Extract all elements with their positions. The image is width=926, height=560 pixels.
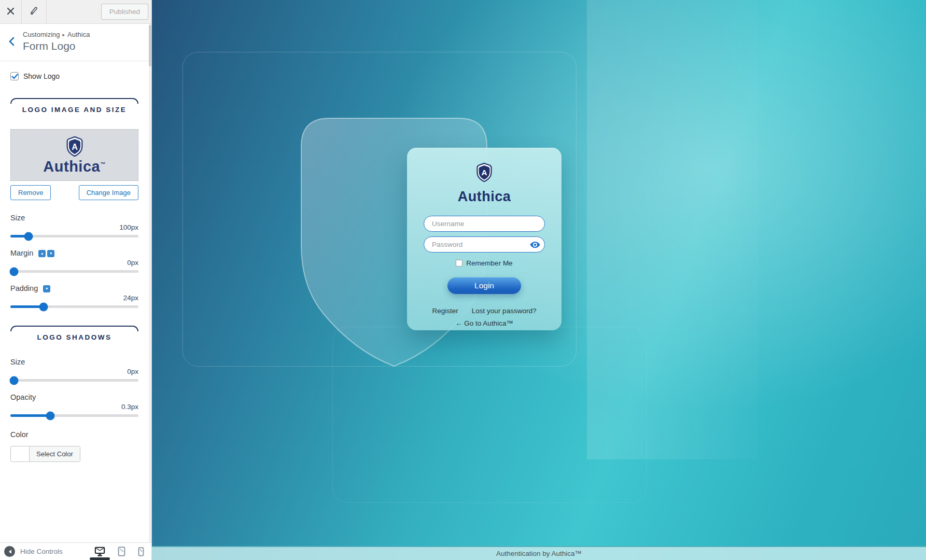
site-preview: A Authica Remember Me xyxy=(152,0,926,560)
login-card: A Authica Remember Me xyxy=(407,148,562,330)
check-icon xyxy=(11,74,18,79)
slider-thumb[interactable] xyxy=(39,302,48,311)
section-title: LOGO IMAGE AND SIZE xyxy=(10,106,138,114)
shadow-size-value: 0px xyxy=(127,368,138,376)
collapse-sidebar-button[interactable] xyxy=(4,546,15,557)
pencil-icon xyxy=(30,6,39,17)
margin-value: 0px xyxy=(127,259,138,267)
tablet-icon xyxy=(118,547,125,556)
section-title: LOGO SHADOWS xyxy=(10,333,138,341)
trademark-symbol: ™ xyxy=(100,161,106,167)
controls-panel: Show Logo LOGO IMAGE AND SIZE A Authica™… xyxy=(0,61,149,542)
register-link[interactable]: Register xyxy=(432,307,458,315)
remove-button[interactable]: Remove xyxy=(10,185,51,200)
remember-me-label: Remember Me xyxy=(466,259,512,267)
pane-header: Customizing ▸ Authica Form Logo xyxy=(0,24,149,61)
size-label: Size xyxy=(10,214,25,222)
logo-preview: A Authica™ xyxy=(10,129,138,181)
margin-label: Margin xyxy=(10,249,33,257)
eye-icon xyxy=(530,241,540,248)
customizer-bottombar: Hide Controls xyxy=(0,542,151,560)
footer-text: Authentication by Authica™ xyxy=(496,550,582,557)
slider-fill xyxy=(10,305,44,308)
published-button[interactable]: Published xyxy=(101,4,148,20)
logo-padding-control: Padding ▼ 24px xyxy=(10,284,138,308)
shadow-opacity-slider[interactable] xyxy=(10,414,138,417)
breadcrumb-level1: Customizing xyxy=(23,31,60,38)
username-input[interactable] xyxy=(424,216,545,232)
desktop-icon xyxy=(94,547,105,556)
hide-controls-label[interactable]: Hide Controls xyxy=(20,548,63,555)
password-input[interactable] xyxy=(424,236,545,253)
page-title: Form Logo xyxy=(23,40,90,52)
slider-thumb[interactable] xyxy=(10,267,19,276)
authica-shield-logo-icon: A xyxy=(64,136,85,158)
shadow-opacity-value: 0.3px xyxy=(121,403,138,411)
breadcrumb-level2: Authica xyxy=(67,31,90,38)
color-swatch[interactable] xyxy=(11,446,30,461)
back-to-site-link[interactable]: ← Go to Authica™ xyxy=(455,319,513,327)
device-desktop-button[interactable] xyxy=(94,543,105,560)
logo-padding-slider[interactable] xyxy=(10,305,138,308)
remember-me-setting[interactable]: Remember Me xyxy=(407,259,562,267)
margin-up-button[interactable]: ▲ xyxy=(38,250,46,257)
breadcrumb: Customizing ▸ Authica xyxy=(23,31,90,38)
customizer-sidebar: Published Customizing ▸ Authica Form Log… xyxy=(0,0,152,560)
padding-down-button[interactable]: ▼ xyxy=(43,285,50,292)
show-password-button[interactable] xyxy=(529,240,541,249)
logo-size-slider[interactable] xyxy=(10,235,138,237)
section-divider-arc xyxy=(10,98,138,104)
edit-shortcuts-button[interactable] xyxy=(22,0,47,24)
shadow-size-label: Size xyxy=(10,358,25,366)
shadow-size-slider[interactable] xyxy=(10,379,138,382)
customizer-topbar: Published xyxy=(0,0,151,24)
show-logo-setting[interactable]: Show Logo xyxy=(10,72,138,80)
margin-down-button[interactable]: ▼ xyxy=(47,250,54,257)
device-preview-switcher xyxy=(94,543,144,560)
arrow-down-icon: ▼ xyxy=(45,287,49,290)
device-tablet-button[interactable] xyxy=(118,543,125,560)
logo-margin-slider[interactable] xyxy=(10,270,138,273)
change-image-button[interactable]: Change Image xyxy=(79,185,138,200)
logo-margin-control: Margin ▲ ▼ 0px xyxy=(10,249,138,273)
shadow-opacity-label: Opacity xyxy=(10,393,36,401)
authica-wordmark: Authica™ xyxy=(43,159,105,174)
shadow-opacity-control: Opacity 0.3px xyxy=(10,393,138,417)
lost-password-link[interactable]: Lost your password? xyxy=(472,307,537,315)
mobile-icon xyxy=(138,547,144,556)
close-customizer-button[interactable] xyxy=(0,0,22,24)
device-mobile-button[interactable] xyxy=(138,543,144,560)
arrow-up-icon: ▲ xyxy=(40,251,44,255)
sidebar-scrollbar-thumb[interactable] xyxy=(149,25,151,66)
svg-text:A: A xyxy=(481,168,487,177)
slider-fill xyxy=(10,414,50,417)
show-logo-label: Show Logo xyxy=(23,72,60,80)
logo-size-control: Size 100px xyxy=(10,214,138,237)
svg-text:A: A xyxy=(72,142,78,151)
remember-me-checkbox[interactable] xyxy=(456,260,462,267)
size-value: 100px xyxy=(119,223,138,232)
arrow-down-icon: ▼ xyxy=(49,251,53,255)
show-logo-checkbox[interactable] xyxy=(10,72,19,80)
shadow-color-control: Select Color xyxy=(10,446,80,462)
wordpress-customizer: Published Customizing ▸ Authica Form Log… xyxy=(0,0,926,560)
close-icon xyxy=(7,7,15,17)
authica-shield-logo-icon: A xyxy=(475,162,494,183)
padding-label: Padding xyxy=(10,284,38,292)
section-logo-shadows: LOGO SHADOWS xyxy=(10,326,138,341)
slider-thumb[interactable] xyxy=(24,232,33,241)
select-color-button[interactable]: Select Color xyxy=(30,446,80,461)
login-button[interactable]: Login xyxy=(447,277,521,294)
sidebar-scrollbar[interactable] xyxy=(149,24,151,543)
slider-thumb[interactable] xyxy=(10,376,19,385)
section-divider-arc xyxy=(10,326,138,331)
padding-value: 24px xyxy=(123,294,138,302)
back-button[interactable] xyxy=(0,24,23,61)
shadow-color-label: Color xyxy=(10,430,138,439)
preview-footer: Authentication by Authica™ xyxy=(152,546,926,560)
shadow-size-control: Size 0px xyxy=(10,358,138,382)
arrow-left-icon xyxy=(8,549,12,554)
authica-wordmark: Authica xyxy=(407,189,562,205)
chevron-left-icon xyxy=(8,37,15,48)
slider-thumb[interactable] xyxy=(46,411,54,420)
